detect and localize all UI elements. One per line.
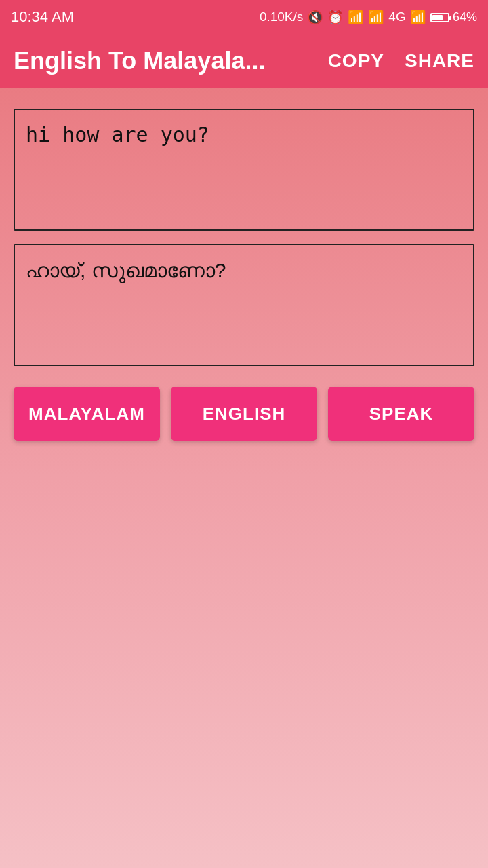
app-title: English To Malayala... [14, 47, 265, 75]
app-bar: English To Malayala... COPY SHARE [0, 34, 488, 88]
malayalam-button[interactable]: MALAYALAM [14, 387, 160, 441]
copy-button[interactable]: COPY [328, 50, 384, 72]
mute-icon: 🔇 [307, 9, 323, 25]
english-button[interactable]: ENGLISH [171, 387, 317, 441]
action-buttons-row: MALAYALAM ENGLISH SPEAK [14, 387, 474, 441]
share-button[interactable]: SHARE [405, 50, 474, 72]
signal-icon: 📶 [368, 9, 384, 25]
signal-icon-2: 📶 [410, 9, 426, 25]
status-bar-right: 0.10K/s 🔇 ⏰ 📶 📶 4G 📶 64% [260, 9, 477, 25]
network-speed: 0.10K/s [260, 9, 303, 24]
english-input[interactable] [14, 108, 474, 231]
status-bar-left: 10:34 AM [11, 8, 74, 26]
network-type: 4G [388, 9, 405, 24]
wifi-icon: 📶 [348, 9, 364, 25]
main-content: ഹായ്, സുഖമാണോ? MALAYALAM ENGLISH SPEAK [0, 88, 488, 868]
battery-level: 64% [430, 9, 477, 24]
app-bar-actions: COPY SHARE [328, 50, 474, 72]
status-bar: 10:34 AM 0.10K/s 🔇 ⏰ 📶 📶 4G 📶 64% [0, 0, 488, 34]
alarm-icon: ⏰ [327, 9, 344, 25]
time-display: 10:34 AM [11, 8, 74, 26]
translated-output: ഹായ്, സുഖമാണോ? [14, 244, 474, 366]
translated-text: ഹായ്, സുഖമാണോ? [26, 259, 226, 281]
speak-button[interactable]: SPEAK [328, 387, 474, 441]
